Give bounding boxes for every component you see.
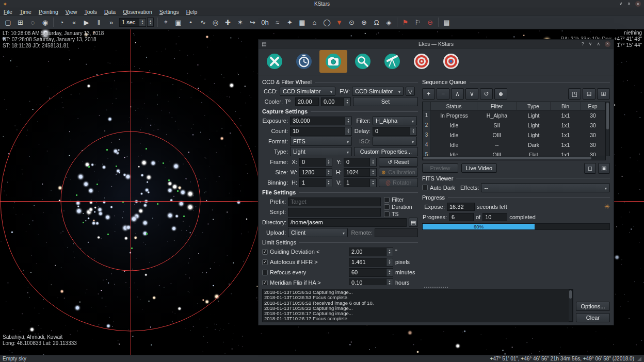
unshade-button[interactable]: ∧: [597, 41, 600, 47]
custom-properties-button[interactable]: Custom Properties...: [354, 147, 418, 156]
limit-value-input[interactable]: 60: [349, 268, 393, 277]
shade-window-button[interactable]: ∨: [619, 1, 623, 7]
checkbox[interactable]: [384, 211, 390, 217]
menu-item[interactable]: Tools: [81, 9, 101, 15]
sequence-table[interactable]: Status Filter Type Bin Exp 1 In Progress…: [422, 102, 606, 156]
limit-checkbox[interactable]: [262, 249, 268, 255]
list-flags-icon[interactable]: ⚐: [412, 17, 424, 28]
options-button[interactable]: Options...: [576, 302, 610, 311]
filter-column-header[interactable]: Filter: [477, 102, 517, 110]
spin-buttons-icon[interactable]: [369, 179, 376, 187]
spin-buttons-icon[interactable]: [345, 127, 351, 135]
limit-checkbox[interactable]: [262, 270, 268, 275]
count-input[interactable]: 10: [290, 127, 352, 136]
mount-tab[interactable]: [378, 50, 406, 73]
kstars-titlebar[interactable]: ✶ KStars ∨∧✕: [0, 0, 644, 8]
frame-width-input[interactable]: 1280: [299, 168, 332, 177]
shade-button[interactable]: ∨: [589, 41, 592, 47]
reset-frame-button[interactable]: ↺Reset: [379, 157, 418, 167]
log-splitter-handle[interactable]: [259, 285, 614, 289]
sequence-vertical-scrollbar[interactable]: [606, 102, 610, 156]
crosshair-add-icon[interactable]: ✚: [222, 17, 234, 28]
observer-button[interactable]: ☻: [494, 88, 507, 100]
delay-input[interactable]: 0: [373, 127, 417, 136]
lock-position-icon[interactable]: Ω: [371, 17, 382, 28]
move-job-up-button[interactable]: ∧: [451, 88, 464, 100]
limit-checkbox[interactable]: [262, 259, 268, 265]
spin-buttons-icon[interactable]: [369, 158, 376, 166]
spin-buttons-icon[interactable]: [369, 169, 376, 176]
menu-item[interactable]: Help: [183, 9, 201, 15]
internet-data-icon[interactable]: ◉: [39, 17, 51, 28]
menu-item[interactable]: Pointing: [35, 9, 62, 15]
ekos-titlebar[interactable]: ▤ Ekos — KStars ?∨∧✕: [259, 40, 614, 48]
ecliptic-icon[interactable]: ⊕: [358, 17, 370, 28]
sequence-job-row[interactable]: 4 Idle -- Dark 1x1 30: [423, 140, 605, 150]
orbit-trail-icon[interactable]: ↪: [247, 17, 259, 28]
sequence-job-row[interactable]: 1 In Progress H_Alpha Light 1x1 30: [423, 110, 605, 120]
menu-item[interactable]: Data: [101, 9, 119, 15]
status-column-header[interactable]: Status: [431, 102, 477, 110]
upload-mode-select[interactable]: Client: [288, 228, 348, 237]
scheduler-tab[interactable]: [290, 50, 318, 73]
hour-angle-icon[interactable]: 0h: [259, 17, 271, 28]
frame-height-input[interactable]: 1024: [344, 168, 377, 177]
open-sequence-button[interactable]: ◳: [568, 88, 581, 100]
exp-column-header[interactable]: Exp: [581, 102, 605, 110]
sequence-job-row[interactable]: 3 Idle OIII Light 1x1 30: [423, 130, 605, 140]
spin-buttons-icon[interactable]: [139, 19, 146, 26]
summary-view-button[interactable]: ◻: [584, 163, 596, 174]
filter-settings-button[interactable]: ▽: [406, 87, 415, 96]
format-select[interactable]: FITS: [290, 137, 352, 146]
time-run-pause-icon[interactable]: ▶: [81, 17, 92, 28]
stars-toggle-icon[interactable]: •: [185, 17, 197, 28]
add-job-button[interactable]: +: [422, 88, 435, 100]
spin-buttons-icon[interactable]: [386, 258, 393, 266]
filter-funnel-icon[interactable]: ▼: [333, 17, 345, 28]
ccd-select[interactable]: CCD Simulator: [280, 87, 335, 96]
hips-overlay-icon[interactable]: ◈: [383, 17, 395, 28]
horizon-icon[interactable]: ◯: [321, 17, 333, 28]
filename-option[interactable]: TS: [384, 211, 418, 217]
close-window-button[interactable]: ✕: [635, 1, 641, 7]
fits-view-button[interactable]: ▣: [598, 163, 610, 174]
menu-item[interactable]: File: [0, 9, 16, 15]
time-step-unit-stepper[interactable]: [147, 18, 154, 27]
save-sequence-button[interactable]: ⊟: [583, 88, 595, 100]
sequence-horizontal-scrollbar[interactable]: [422, 156, 606, 160]
log-scrollbar[interactable]: [569, 289, 573, 322]
time-step-value[interactable]: 1 sec: [119, 18, 146, 27]
spin-buttons-icon[interactable]: [386, 248, 393, 256]
frame-x-input[interactable]: 0: [299, 158, 332, 167]
menu-item[interactable]: View: [62, 9, 81, 15]
time-step-spinbox[interactable]: 1 sec: [119, 18, 154, 27]
milky-way-icon[interactable]: ≈: [271, 17, 283, 28]
maximize-window-button[interactable]: ∧: [627, 1, 631, 7]
bin-v-input[interactable]: 1: [344, 178, 377, 187]
time-step-forward-icon[interactable]: »: [105, 17, 117, 28]
deep-sky-objects-icon[interactable]: ◎: [210, 17, 221, 28]
limit-value-input[interactable]: 1.461: [349, 258, 393, 267]
limit-value-input[interactable]: 2.00: [349, 248, 393, 256]
select-region-icon[interactable]: ▢: [2, 17, 14, 28]
resize-grip[interactable]: [637, 357, 641, 361]
limit-value-input[interactable]: 0.10: [349, 278, 393, 286]
spin-buttons-icon[interactable]: [410, 127, 416, 135]
spin-buttons-icon[interactable]: [386, 279, 393, 286]
spin-buttons-icon[interactable]: [325, 158, 332, 166]
comets-icon[interactable]: ✦: [284, 17, 296, 28]
center-target-icon[interactable]: ⌖: [160, 17, 172, 28]
constellation-lines-icon[interactable]: ∿: [197, 17, 209, 28]
filename-option[interactable]: Duration: [384, 204, 418, 210]
close-button[interactable]: ✕: [605, 41, 610, 47]
time-step-back-icon[interactable]: «: [68, 17, 80, 28]
prefix-input[interactable]: [288, 198, 381, 206]
setup-tab[interactable]: [261, 50, 288, 73]
eyepiece-view-icon[interactable]: ⊙: [346, 17, 358, 28]
spin-buttons-icon[interactable]: [345, 117, 351, 125]
help-button[interactable]: ?: [582, 41, 584, 47]
frame-y-input[interactable]: 0: [344, 158, 377, 167]
temperature-setpoint-input[interactable]: 0.00: [321, 97, 351, 106]
effects-select[interactable]: --: [481, 183, 610, 192]
spin-buttons-icon[interactable]: [344, 98, 350, 106]
